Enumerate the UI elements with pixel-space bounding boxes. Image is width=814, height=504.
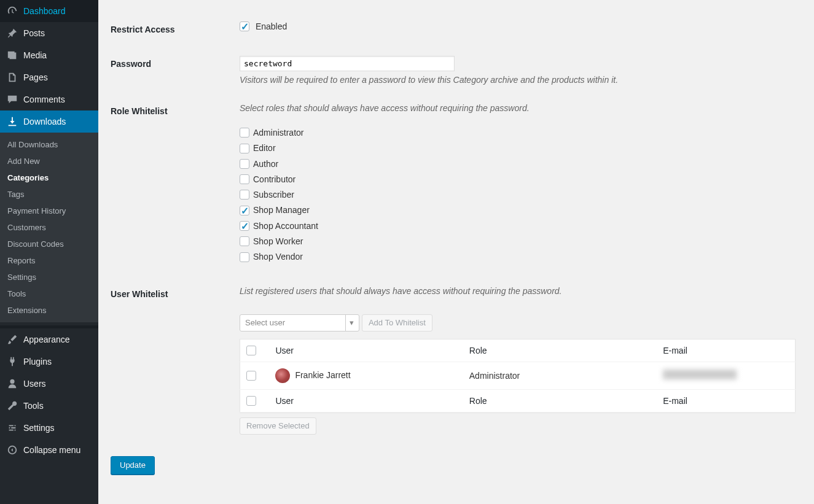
sidebar-item-posts[interactable]: Posts xyxy=(0,22,98,44)
role-option-shop-vendor[interactable]: Shop Vendor xyxy=(240,252,796,262)
sidebar-item-downloads[interactable]: Downloads xyxy=(0,110,98,133)
role-label: Subscriber xyxy=(253,190,294,200)
user-whitelist-label: User Whitelist xyxy=(111,277,233,444)
sidebar-item-dashboard[interactable]: Dashboard xyxy=(0,0,98,22)
user-name: Frankie Jarrett xyxy=(295,370,350,380)
avatar xyxy=(275,368,290,383)
role-checkbox[interactable] xyxy=(240,206,249,215)
role-option-subscriber[interactable]: Subscriber xyxy=(240,190,796,200)
add-to-whitelist-button[interactable]: Add To Whitelist xyxy=(362,314,432,331)
main-content: Restrict Access Enabled Password Visitor… xyxy=(98,0,814,504)
role-option-editor[interactable]: Editor xyxy=(240,143,796,153)
table-row: Frankie JarrettAdministrator xyxy=(240,362,796,389)
remove-selected-button[interactable]: Remove Selected xyxy=(240,417,316,435)
brush-icon xyxy=(6,333,18,346)
col-email-header[interactable]: E-mail xyxy=(657,339,795,362)
sidebar-subitem-tools[interactable]: Tools xyxy=(0,285,98,302)
sidebar-item-appearance[interactable]: Appearance xyxy=(0,328,98,351)
select-all-checkbox-top[interactable] xyxy=(246,346,256,355)
chevron-down-icon: ▾ xyxy=(345,315,354,331)
dashboard-icon xyxy=(6,5,18,17)
enabled-label: Enabled xyxy=(256,21,287,31)
role-option-shop-accountant[interactable]: Shop Accountant xyxy=(240,221,796,231)
role-checklist: AdministratorEditorAuthorContributorSubs… xyxy=(240,128,796,262)
sidebar-item-media[interactable]: Media xyxy=(0,44,98,66)
enabled-checkbox[interactable] xyxy=(240,21,249,31)
role-checkbox[interactable] xyxy=(240,174,249,184)
sidebar-item-label: Posts xyxy=(23,28,45,38)
enabled-field[interactable]: Enabled xyxy=(240,21,287,31)
role-option-administrator[interactable]: Administrator xyxy=(240,128,796,138)
role-label: Shop Accountant xyxy=(253,221,318,231)
sidebar-item-label: Pages xyxy=(23,72,48,82)
col-user-footer[interactable]: User xyxy=(269,389,463,412)
user-role: Administrator xyxy=(463,362,657,389)
role-checkbox[interactable] xyxy=(240,144,249,153)
col-role-header[interactable]: Role xyxy=(463,339,657,362)
sidebar-item-label: Dashboard xyxy=(23,6,66,16)
role-option-author[interactable]: Author xyxy=(240,159,796,169)
role-option-shop-manager[interactable]: Shop Manager xyxy=(240,205,796,215)
role-checkbox[interactable] xyxy=(240,128,249,138)
media-icon xyxy=(6,49,18,61)
sidebar-subitem-settings[interactable]: Settings xyxy=(0,269,98,285)
role-option-contributor[interactable]: Contributor xyxy=(240,174,796,184)
update-button[interactable]: Update xyxy=(111,456,155,475)
role-label: Administrator xyxy=(253,128,303,138)
col-user-header[interactable]: User xyxy=(269,339,463,362)
sidebar-item-label: Plugins xyxy=(23,357,52,366)
sidebar-subitem-add-new[interactable]: Add New xyxy=(0,153,98,169)
sidebar-item-label: Tools xyxy=(23,401,44,411)
plug-icon xyxy=(6,355,18,368)
settings-icon xyxy=(6,422,18,434)
sidebar-subitem-extensions[interactable]: Extensions xyxy=(0,302,98,319)
col-email-footer[interactable]: E-mail xyxy=(657,389,795,412)
table-footer-row: User Role E-mail xyxy=(240,389,796,412)
sidebar-subitem-all-downloads[interactable]: All Downloads xyxy=(0,136,98,153)
sidebar-item-pages[interactable]: Pages xyxy=(0,66,98,88)
sidebar-item-label: Media xyxy=(23,50,47,60)
sidebar-item-label: Comments xyxy=(23,95,65,104)
role-option-shop-worker[interactable]: Shop Worker xyxy=(240,236,796,246)
select-user-dropdown[interactable]: Select user ▾ xyxy=(240,314,359,331)
download-icon xyxy=(6,115,18,128)
page-icon xyxy=(6,71,18,83)
password-description: Visitors will be required to enter a pas… xyxy=(240,75,796,85)
col-role-footer[interactable]: Role xyxy=(463,389,657,412)
role-label: Shop Manager xyxy=(253,205,310,215)
role-label: Shop Worker xyxy=(253,236,303,246)
role-checkbox[interactable] xyxy=(240,221,249,231)
row-checkbox[interactable] xyxy=(246,371,256,381)
sidebar-item-label: Settings xyxy=(23,423,55,433)
role-label: Author xyxy=(253,159,278,169)
sidebar-subitem-customers[interactable]: Customers xyxy=(0,219,98,236)
restrict-access-label: Restrict Access xyxy=(111,12,233,47)
sidebar-submenu: All DownloadsAdd NewCategoriesTagsPaymen… xyxy=(0,133,98,322)
role-checkbox[interactable] xyxy=(240,190,249,200)
settings-form-table: Restrict Access Enabled Password Visitor… xyxy=(111,12,802,444)
sidebar-item-collapse-menu[interactable]: Collapse menu xyxy=(0,439,98,461)
sidebar-item-users[interactable]: Users xyxy=(0,373,98,395)
role-checkbox[interactable] xyxy=(240,159,249,169)
role-label: Contributor xyxy=(253,174,295,184)
password-label: Password xyxy=(111,47,233,94)
role-label: Editor xyxy=(253,143,276,153)
sidebar-subitem-categories[interactable]: Categories xyxy=(0,169,98,186)
sidebar-item-settings[interactable]: Settings xyxy=(0,417,98,439)
pin-icon xyxy=(6,27,18,39)
sidebar-item-tools[interactable]: Tools xyxy=(0,395,98,417)
password-input[interactable] xyxy=(240,56,455,71)
select-all-checkbox-bottom[interactable] xyxy=(246,396,256,406)
sidebar-item-label: Users xyxy=(23,379,46,389)
sidebar-item-comments[interactable]: Comments xyxy=(0,88,98,110)
sidebar-subitem-reports[interactable]: Reports xyxy=(0,252,98,269)
sidebar-subitem-discount-codes[interactable]: Discount Codes xyxy=(0,236,98,252)
sidebar-item-label: Downloads xyxy=(23,117,66,126)
role-whitelist-description: Select roles that should always have acc… xyxy=(240,103,796,113)
sidebar-subitem-tags[interactable]: Tags xyxy=(0,186,98,203)
role-checkbox[interactable] xyxy=(240,252,249,262)
sidebar-subitem-payment-history[interactable]: Payment History xyxy=(0,203,98,219)
sidebar-item-plugins[interactable]: Plugins xyxy=(0,351,98,373)
role-checkbox[interactable] xyxy=(240,236,249,246)
wrench-icon xyxy=(6,400,18,412)
